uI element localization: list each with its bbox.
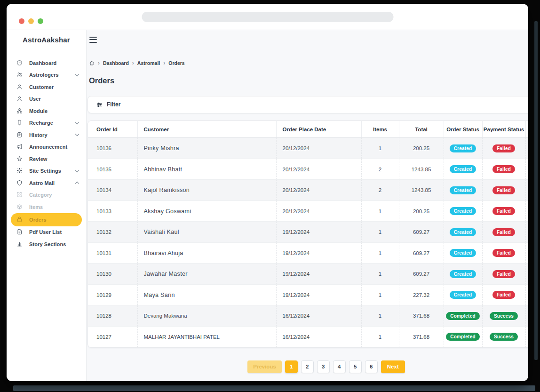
column-header-truncated — [525, 121, 528, 138]
truncated-cell — [525, 305, 528, 327]
customer-cell: Maya Sarin — [137, 284, 276, 305]
page-button-4[interactable]: 4 — [333, 360, 346, 373]
customer-cell: Abhinav Bhatt — [137, 159, 276, 180]
order-status-cell: Created — [444, 222, 482, 243]
sidebar-item-customer[interactable]: Customer — [7, 81, 86, 93]
close-button[interactable] — [19, 18, 24, 24]
table-row: 10133 Akshay Goswami 20/12/2024 1 200.25… — [88, 200, 528, 222]
items-icon — [16, 204, 23, 210]
column-header-order-status: Order Status — [444, 121, 482, 138]
page-button-2[interactable]: 2 — [301, 360, 314, 373]
site-settings-icon — [16, 168, 23, 174]
chevron-icon — [75, 73, 79, 77]
sidebar-item-label: Review — [29, 156, 48, 162]
sidebar-item-story-sections[interactable]: Story Sections — [7, 238, 86, 250]
order-date-cell: 20/12/2024 — [276, 180, 361, 201]
order-status-badge: Created — [450, 291, 476, 299]
sidebar-item-label: History — [29, 132, 48, 138]
home-icon[interactable] — [89, 60, 95, 66]
order-status-cell: Created — [444, 138, 482, 159]
sidebar-item-history[interactable]: History — [7, 129, 86, 141]
payment-status-badge: Failed — [492, 165, 515, 173]
column-header-customer: Customer — [137, 121, 276, 138]
background-right-band — [534, 21, 538, 360]
sidebar-item-label: Story Sections — [29, 241, 66, 247]
order-id-cell: 10134 — [88, 180, 137, 201]
customer-cell: Kajol Ramkisson — [137, 180, 276, 201]
sidebar-item-review[interactable]: Review — [7, 153, 86, 165]
sidebar-item-astrologers[interactable]: Astrologers — [7, 69, 86, 81]
customer-cell: Akshay Goswami — [137, 200, 276, 222]
order-id-cell: 10135 — [88, 159, 137, 180]
sidebar-item-orders[interactable]: Orders — [11, 213, 82, 226]
order-status-cell: Created — [444, 180, 482, 201]
customer-cell: Jawahar Master — [137, 264, 276, 285]
payment-status-cell: Success — [482, 326, 525, 347]
review-icon — [16, 156, 23, 162]
table-row: 10130 Jawahar Master 19/12/2024 1 609.27… — [88, 264, 528, 285]
sidebar-item-astro-mall[interactable]: Astro Mall — [7, 177, 86, 189]
order-date-cell: 19/12/2024 — [276, 222, 361, 243]
chevron-icon — [75, 121, 79, 125]
orders-table-card: Order Id Customer Order Place Date Items… — [87, 120, 528, 348]
address-bar[interactable] — [142, 12, 393, 22]
payment-status-cell: Success — [482, 305, 525, 327]
sidebar-item-label: Pdf User List — [29, 229, 62, 235]
total-cell: 609.27 — [399, 222, 444, 243]
total-cell: 609.27 — [399, 242, 444, 264]
sidebar-item-items[interactable]: Items — [7, 201, 86, 213]
items-cell: 1 — [361, 138, 399, 159]
items-cell: 1 — [361, 326, 399, 347]
total-cell: 1243.85 — [399, 180, 444, 201]
page-button-1[interactable]: 1 — [285, 360, 298, 373]
items-cell: 1 — [361, 200, 399, 222]
payment-status-badge: Failed — [492, 291, 515, 299]
hamburger-menu-icon[interactable] — [89, 37, 97, 43]
sidebar-item-site-settings[interactable]: Site Settings — [7, 165, 86, 177]
minimize-button[interactable] — [28, 18, 34, 24]
maximize-button[interactable] — [38, 18, 43, 24]
column-header-total: Total — [399, 121, 444, 138]
sidebar-item-user[interactable]: User — [7, 93, 86, 105]
column-header-items: Items — [361, 121, 399, 138]
chevron-icon — [75, 169, 79, 173]
order-date-cell: 19/12/2024 — [276, 242, 361, 264]
sidebar-item-label: Recharge — [29, 120, 53, 126]
order-id-cell: 10131 — [88, 242, 137, 264]
order-id-cell: 10129 — [88, 284, 137, 305]
order-status-badge: Created — [450, 165, 476, 173]
items-cell: 2 — [361, 159, 399, 180]
recharge-icon — [16, 120, 23, 126]
items-cell: 1 — [361, 222, 399, 243]
sidebar-item-announcement[interactable]: Announcement — [7, 141, 86, 153]
page-title: Orders — [89, 76, 528, 85]
page-button-5[interactable]: 5 — [349, 360, 362, 373]
brand-title: AstroAakshar — [7, 30, 86, 44]
items-cell: 1 — [361, 284, 399, 305]
breadcrumb-orders[interactable]: Orders — [160, 60, 184, 66]
column-header-order-id: Order Id — [88, 121, 137, 138]
chevron-icon — [75, 133, 79, 137]
app-window: AstroAakshar Dashboard Astrologers — [7, 4, 528, 381]
sidebar-item-pdf-user-list[interactable]: Pdf User List — [7, 226, 86, 239]
order-status-cell: Created — [444, 200, 482, 222]
table-row: 10135 Abhinav Bhatt 20/12/2024 2 1243.85… — [88, 159, 528, 180]
breadcrumb-astromall[interactable]: Astromall — [129, 60, 160, 66]
page-button-6[interactable]: 6 — [365, 360, 378, 373]
breadcrumb-dashboard[interactable]: Dashboard — [95, 60, 129, 66]
sidebar-item-recharge[interactable]: Recharge — [7, 117, 86, 129]
table-row: 10134 Kajol Ramkisson 20/12/2024 2 1243.… — [88, 180, 528, 201]
table-header-row: Order Id Customer Order Place Date Items… — [88, 121, 528, 138]
filter-button[interactable]: Filter — [87, 96, 528, 113]
order-date-cell: 19/12/2024 — [276, 284, 361, 305]
next-page-button[interactable]: Next — [381, 360, 405, 373]
sidebar-item-category[interactable]: Category — [7, 189, 86, 201]
sidebar-item-module[interactable]: Module — [7, 105, 86, 117]
payment-status-badge: Success — [490, 312, 518, 320]
page-button-3[interactable]: 3 — [317, 360, 330, 373]
sidebar-item-dashboard[interactable]: Dashboard — [7, 57, 86, 69]
pagination: Previous 1 2 3 4 5 6 Next — [105, 360, 528, 373]
previous-page-button[interactable]: Previous — [247, 360, 282, 373]
payment-status-badge: Failed — [492, 207, 515, 215]
order-date-cell: 20/12/2024 — [276, 200, 361, 222]
